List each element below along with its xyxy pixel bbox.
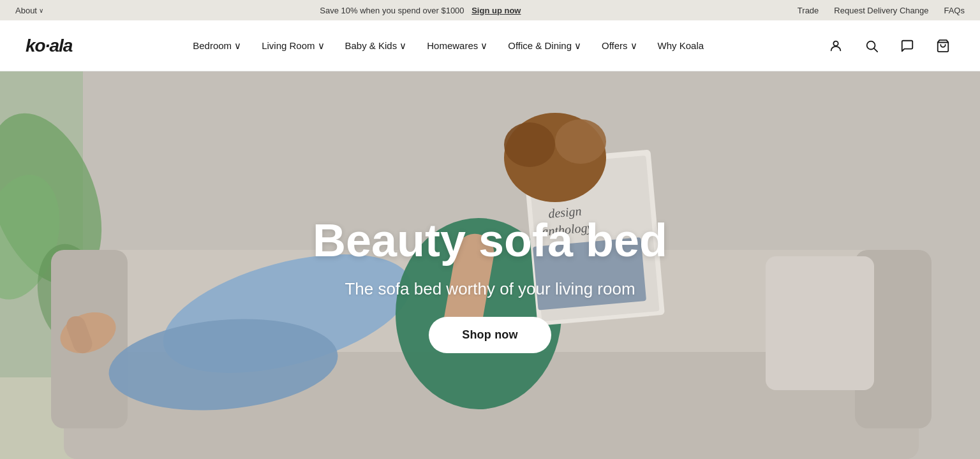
nav-item-living-room[interactable]: Living Room ∨	[262, 40, 324, 52]
nav-item-baby-kids[interactable]: Baby & Kids ∨	[345, 40, 407, 52]
hero-subtitle: The sofa bed worthy of your living room	[345, 279, 635, 299]
promo-text: Save 10% when you spend over $1000	[320, 6, 464, 15]
nav-office-dining-label: Office & Dining	[508, 40, 572, 51]
nav-bedroom-label: Bedroom	[193, 40, 232, 51]
nav-link-bedroom[interactable]: Bedroom ∨	[193, 40, 241, 52]
hero-section: design anthology Beauty sofa bed The sof…	[0, 71, 980, 459]
request-delivery-link[interactable]: Request Delivery Change	[834, 6, 928, 15]
search-button[interactable]	[860, 34, 883, 57]
nav-offers-label: Offers	[602, 40, 628, 51]
nav-link-why-koala[interactable]: Why Koala	[658, 40, 704, 51]
top-bar-left: About ∨	[15, 6, 43, 15]
nav-link-offers[interactable]: Offers ∨	[602, 40, 637, 52]
office-dining-chevron-icon: ∨	[574, 40, 581, 52]
about-label: About	[15, 6, 37, 15]
about-button[interactable]: About ∨	[15, 6, 43, 15]
hero-title: Beauty sofa bed	[313, 215, 667, 266]
svg-point-26	[555, 119, 606, 164]
nav-item-bedroom[interactable]: Bedroom ∨	[193, 40, 241, 52]
top-bar-center: Save 10% when you spend over $1000 Sign …	[320, 6, 521, 15]
shop-now-button[interactable]: Shop now	[429, 317, 551, 353]
cart-icon	[936, 39, 950, 53]
svg-line-2	[874, 48, 877, 52]
search-icon	[865, 39, 879, 53]
promo-link[interactable]: Sign up now	[471, 6, 521, 15]
account-button[interactable]	[824, 34, 847, 57]
svg-point-25	[504, 122, 555, 167]
about-chevron-icon: ∨	[39, 7, 43, 14]
main-nav: ko·ala Bedroom ∨ Living Room ∨ Baby & Ki…	[0, 20, 980, 71]
bedroom-chevron-icon: ∨	[234, 40, 241, 52]
offers-chevron-icon: ∨	[630, 40, 637, 52]
nav-item-offers[interactable]: Offers ∨	[602, 40, 637, 52]
hero-content: Beauty sofa bed The sofa bed worthy of y…	[313, 215, 667, 353]
nav-link-homewares[interactable]: Homewares ∨	[427, 40, 487, 52]
nav-homewares-label: Homewares	[427, 40, 478, 51]
svg-rect-14	[766, 256, 874, 390]
top-bar-right: Trade Request Delivery Change FAQs	[798, 6, 965, 15]
nav-link-living-room[interactable]: Living Room ∨	[262, 40, 324, 52]
chat-button[interactable]	[896, 34, 919, 57]
logo-dot: ·	[45, 36, 50, 55]
nav-item-office-dining[interactable]: Office & Dining ∨	[508, 40, 581, 52]
top-bar: About ∨ Save 10% when you spend over $10…	[0, 0, 980, 20]
faqs-link[interactable]: FAQs	[944, 6, 965, 15]
nav-item-why-koala[interactable]: Why Koala	[658, 40, 704, 51]
svg-point-0	[833, 41, 838, 45]
nav-link-baby-kids[interactable]: Baby & Kids ∨	[345, 40, 407, 52]
account-icon	[829, 39, 843, 53]
nav-baby-kids-label: Baby & Kids	[345, 40, 397, 51]
logo[interactable]: ko·ala	[26, 36, 72, 56]
nav-item-homewares[interactable]: Homewares ∨	[427, 40, 487, 52]
baby-kids-chevron-icon: ∨	[399, 40, 406, 52]
nav-link-office-dining[interactable]: Office & Dining ∨	[508, 40, 581, 52]
cart-button[interactable]	[932, 34, 954, 57]
chat-icon	[900, 39, 914, 53]
homewares-chevron-icon: ∨	[480, 40, 487, 52]
nav-icons	[824, 34, 954, 57]
living-room-chevron-icon: ∨	[318, 40, 325, 52]
nav-links: Bedroom ∨ Living Room ∨ Baby & Kids ∨ Ho…	[193, 40, 704, 52]
nav-living-room-label: Living Room	[262, 40, 315, 51]
nav-why-koala-label: Why Koala	[658, 40, 704, 51]
trade-link[interactable]: Trade	[798, 6, 819, 15]
